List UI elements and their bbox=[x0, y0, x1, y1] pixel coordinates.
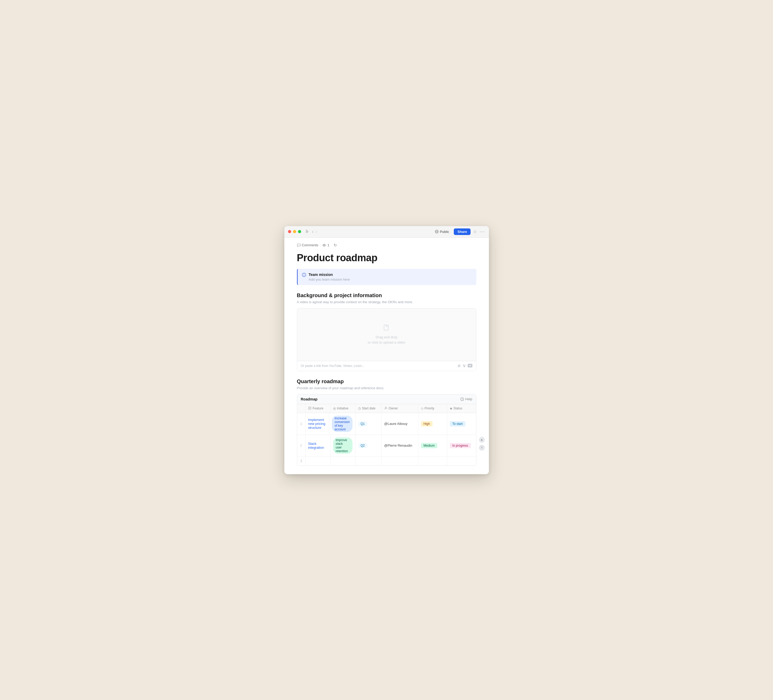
traffic-lights bbox=[288, 230, 301, 233]
initiative-badge-1: Increase conversion of key account bbox=[332, 416, 352, 432]
help-float-icon[interactable]: ? bbox=[479, 445, 485, 450]
page-title: Product roadmap bbox=[297, 252, 476, 264]
share-button[interactable]: Share bbox=[454, 228, 470, 235]
owner-col-icon bbox=[384, 406, 387, 411]
side-floating-icons: ● ? bbox=[479, 437, 485, 450]
app-window: ‹ › Public Share ☆ ··· bbox=[285, 226, 489, 474]
status-badge-1: To start bbox=[450, 421, 465, 426]
titlebar-actions: ‹ › bbox=[306, 229, 317, 235]
col-num bbox=[297, 404, 306, 413]
row-owner-3 bbox=[382, 457, 418, 465]
col-initiative: ◎ Initiative bbox=[331, 404, 355, 413]
more-icon[interactable]: ··· bbox=[480, 229, 485, 235]
page-content: Comments 1 ↻ Product roadmap bbox=[285, 238, 489, 474]
video-file-icon bbox=[383, 324, 390, 333]
row-status-3 bbox=[447, 457, 476, 465]
initiative-col-icon: ◎ bbox=[333, 406, 336, 410]
roadmap-table-header: Roadmap ? Help bbox=[297, 394, 476, 404]
quarter-badge-2: Q2 bbox=[358, 443, 367, 448]
row-owner-1: @Laure Albouy bbox=[382, 413, 418, 435]
row-num-3: 3 bbox=[297, 457, 306, 465]
owner-text-1: @Laure Albouy bbox=[384, 422, 408, 426]
priority-badge-2: Medium bbox=[421, 443, 437, 448]
roadmap-table-title: Roadmap bbox=[301, 397, 317, 401]
views-indicator: 1 bbox=[322, 243, 329, 247]
svg-point-6 bbox=[324, 245, 325, 246]
feature-col-icon bbox=[308, 406, 311, 411]
row-feature-3[interactable] bbox=[306, 457, 331, 465]
video-url-bar: Or paste a link from YouTube, Vimeo, Loo… bbox=[297, 361, 476, 371]
row-initiative-3 bbox=[331, 457, 355, 465]
table-column-headers: Feature ◎ Initiative ◷ Start date bbox=[297, 404, 476, 413]
svg-rect-2 bbox=[306, 232, 308, 233]
row-num-1: 1 bbox=[297, 413, 306, 435]
callout-subtitle: Add you team mission here bbox=[309, 278, 350, 281]
table-row: 1 Implement new pricing structure Increa… bbox=[297, 413, 476, 435]
feature-link-2[interactable]: Slack integration bbox=[308, 442, 327, 450]
row-initiative-2: Improve slack user retention bbox=[331, 435, 355, 456]
video-upload-area[interactable]: Drag and dropor click to upload a video … bbox=[297, 308, 476, 371]
row-feature-1[interactable]: Implement new pricing structure bbox=[306, 413, 329, 435]
svg-text:?: ? bbox=[461, 398, 463, 401]
comments-label: Comments bbox=[302, 243, 318, 247]
priority-badge-1: High bbox=[421, 421, 433, 426]
video-service-icons: ⚙ V bbox=[457, 364, 472, 368]
row-priority-3 bbox=[418, 457, 447, 465]
row-startdate-1: Q1 bbox=[355, 413, 382, 435]
col-start-date: ◷ Start date bbox=[355, 404, 382, 413]
background-desc: A video is agreat way to provide context… bbox=[297, 300, 476, 304]
nav-forward-icon[interactable]: › bbox=[316, 229, 317, 235]
row-startdate-3 bbox=[355, 457, 382, 465]
feature-link-1[interactable]: Implement new pricing structure bbox=[308, 418, 327, 430]
video-drop-zone[interactable]: Drag and dropor click to upload a video bbox=[297, 309, 476, 361]
help-button[interactable]: ? Help bbox=[461, 397, 472, 401]
close-button[interactable] bbox=[288, 230, 291, 233]
views-count: 1 bbox=[327, 243, 329, 247]
bubble-icon[interactable]: ● bbox=[479, 437, 485, 443]
owner-text-2: @Pierre Renaudin bbox=[384, 444, 412, 447]
settings-icon: ⚙ bbox=[457, 364, 461, 368]
col-feature: Feature bbox=[306, 404, 331, 413]
priority-col-icon: ◇ bbox=[421, 406, 423, 410]
col-status: ◈ Status bbox=[447, 404, 476, 413]
roadmap-table-container: Roadmap ? Help bbox=[297, 394, 476, 466]
nav-back-icon[interactable]: ‹ bbox=[312, 229, 314, 235]
team-mission-callout[interactable]: Team mission Add you team mission here bbox=[297, 269, 476, 285]
row-startdate-2: Q2 bbox=[355, 435, 382, 456]
vimeo-icon: V bbox=[463, 364, 465, 368]
row-status-2: In progress bbox=[447, 435, 476, 456]
titlebar: ‹ › Public Share ☆ ··· bbox=[285, 226, 489, 238]
row-feature-2[interactable]: Slack integration bbox=[306, 435, 331, 456]
video-url-placeholder: Or paste a link from YouTube, Vimeo, Loo… bbox=[301, 364, 364, 368]
doc-toolbar: Comments 1 ↻ bbox=[297, 243, 476, 248]
table-row: 2 Slack integration Improve slack user r… bbox=[297, 435, 476, 457]
quarterly-desc: Provide an overview of your roadmap and … bbox=[297, 386, 476, 390]
callout-content: Team mission Add you team mission here bbox=[309, 273, 350, 281]
background-heading: Background & project information bbox=[297, 292, 476, 299]
svg-point-9 bbox=[304, 274, 304, 274]
svg-point-19 bbox=[385, 407, 386, 408]
status-col-icon: ◈ bbox=[450, 406, 452, 410]
initiative-badge-2: Improve slack user retention bbox=[333, 437, 352, 454]
quarterly-heading: Quarterly roadmap bbox=[297, 378, 476, 385]
sidebar-toggle-icon[interactable] bbox=[306, 230, 310, 233]
row-num-2: 2 bbox=[297, 435, 306, 456]
svg-rect-0 bbox=[306, 230, 308, 230]
row-owner-2: @Pierre Renaudin bbox=[382, 435, 418, 456]
quarter-badge-1: Q1 bbox=[358, 421, 367, 426]
refresh-icon: ↻ bbox=[334, 243, 337, 248]
maximize-button[interactable] bbox=[298, 230, 301, 233]
row-priority-2: Medium bbox=[418, 435, 447, 456]
col-priority: ◇ Priority bbox=[418, 404, 447, 413]
svg-rect-8 bbox=[304, 274, 304, 276]
refresh-button[interactable]: ↻ bbox=[334, 243, 337, 248]
comments-button[interactable]: Comments bbox=[297, 243, 318, 247]
star-icon[interactable]: ☆ bbox=[473, 229, 477, 234]
minimize-button[interactable] bbox=[293, 230, 296, 233]
info-icon bbox=[302, 273, 306, 278]
help-label: Help bbox=[465, 397, 472, 401]
row-status-1: To start bbox=[447, 413, 476, 435]
public-label: Public bbox=[440, 230, 449, 234]
row-priority-1: High bbox=[418, 413, 447, 435]
public-button[interactable]: Public bbox=[433, 229, 451, 235]
